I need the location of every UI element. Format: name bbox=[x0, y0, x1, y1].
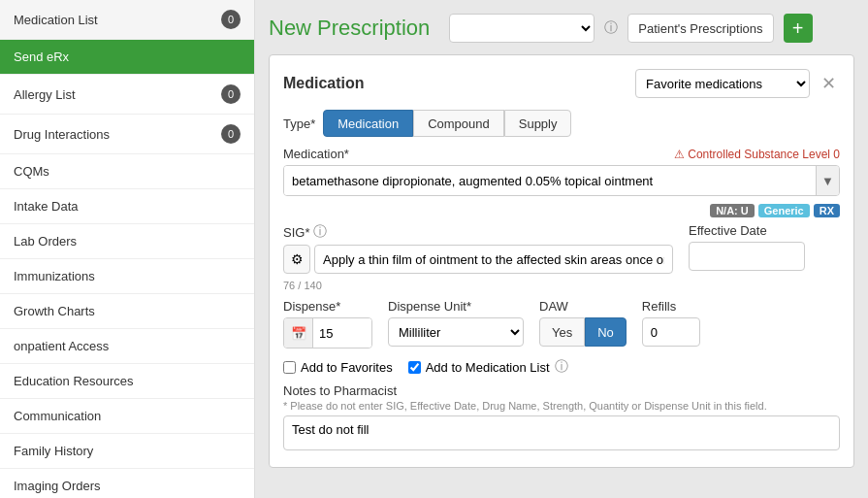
sidebar-item-label: Send eRx bbox=[14, 50, 69, 64]
sidebar-item-label: Communication bbox=[14, 409, 101, 423]
sidebar-item-label: Imaging Orders bbox=[14, 479, 101, 493]
controlled-substance-warning: ⚠ Controlled Substance Level 0 bbox=[674, 148, 840, 161]
sidebar-item-label: Intake Data bbox=[14, 199, 79, 214]
daw-column: DAW Yes No bbox=[539, 299, 627, 347]
type-compound-button[interactable]: Compound bbox=[413, 110, 504, 137]
refills-column: Refills bbox=[642, 299, 700, 347]
main-header: New Prescription ⓘ Patient's Prescriptio… bbox=[269, 14, 854, 43]
medication-label: Medication* bbox=[283, 147, 349, 161]
sidebar-item-label: Education Resources bbox=[14, 374, 134, 388]
add-prescription-button[interactable]: + bbox=[784, 14, 813, 43]
sidebar-item-medication-list[interactable]: Medication List0 bbox=[0, 0, 254, 40]
badge-generic: Generic bbox=[758, 204, 810, 217]
dispense-input-row: 📅 bbox=[283, 317, 372, 349]
dispense-unit-select[interactable]: Milliliter bbox=[388, 317, 524, 347]
add-to-medication-list-text: Add to Medication List bbox=[426, 360, 550, 375]
page-title: New Prescription bbox=[269, 16, 430, 41]
add-to-favorites-label[interactable]: Add to Favorites bbox=[283, 360, 393, 375]
char-count: 76 / 140 bbox=[283, 280, 673, 291]
notes-section: Notes to Pharmacist * Please do not ente… bbox=[283, 383, 840, 453]
sig-gear-button[interactable]: ⚙ bbox=[283, 245, 310, 274]
type-supply-button[interactable]: Supply bbox=[504, 110, 572, 137]
sidebar-item-immunizations[interactable]: Immunizations bbox=[0, 259, 254, 294]
sidebar-item-label: Lab Orders bbox=[14, 234, 77, 249]
daw-yes-button[interactable]: Yes bbox=[539, 317, 585, 347]
add-to-favorites-text: Add to Favorites bbox=[301, 360, 393, 375]
add-to-favorites-checkbox[interactable] bbox=[283, 361, 296, 374]
medication-row: Medication* ⚠ Controlled Substance Level… bbox=[283, 147, 840, 196]
sidebar-item-intake-data[interactable]: Intake Data bbox=[0, 189, 254, 224]
dispense-row: Dispense* 📅 Dispense Unit* Milliliter DA… bbox=[283, 299, 840, 349]
sig-left: SIG* ⓘ ⚙ 76 / 140 bbox=[283, 223, 673, 291]
sidebar-item-label: Medication List bbox=[14, 13, 98, 27]
sidebar-item-allergy-list[interactable]: Allergy List0 bbox=[0, 75, 254, 115]
add-to-medication-list-checkbox[interactable] bbox=[408, 361, 421, 374]
sidebar-item-label: Allergy List bbox=[14, 87, 76, 102]
badge-na: N/A: U bbox=[710, 204, 755, 217]
sidebar-item-label: Growth Charts bbox=[14, 304, 95, 318]
sidebar-badge: 0 bbox=[221, 10, 241, 29]
sidebar-badge: 0 bbox=[221, 124, 241, 144]
sidebar-item-drug-interactions[interactable]: Drug Interactions0 bbox=[0, 115, 254, 154]
effective-date-input[interactable] bbox=[689, 242, 805, 271]
sidebar-item-label: Family History bbox=[14, 444, 93, 458]
sidebar-item-onpatient-access[interactable]: onpatient Access bbox=[0, 329, 254, 364]
type-label: Type* bbox=[283, 116, 315, 131]
daw-button-group: Yes No bbox=[539, 317, 627, 347]
dispense-unit-label: Dispense Unit* bbox=[388, 299, 524, 314]
sidebar-item-education-resources[interactable]: Education Resources bbox=[0, 364, 254, 399]
daw-no-button[interactable]: No bbox=[585, 317, 627, 347]
sidebar-item-label: onpatient Access bbox=[14, 339, 109, 353]
sidebar-item-cqms[interactable]: CQMs bbox=[0, 154, 254, 189]
refills-input[interactable] bbox=[642, 317, 700, 347]
notes-textarea[interactable]: Test do not fill bbox=[283, 415, 840, 450]
badge-rx: RX bbox=[814, 204, 840, 217]
sidebar-item-label: CQMs bbox=[14, 164, 49, 179]
main-content: New Prescription ⓘ Patient's Prescriptio… bbox=[255, 0, 868, 498]
medication-row-header: Medication* ⚠ Controlled Substance Level… bbox=[283, 147, 840, 161]
info-icon[interactable]: ⓘ bbox=[604, 19, 618, 37]
add-to-medication-list-label[interactable]: Add to Medication List ⓘ bbox=[408, 358, 568, 376]
header-select[interactable] bbox=[449, 14, 595, 43]
sidebar-item-send-erx[interactable]: Send eRx bbox=[0, 40, 254, 75]
dispense-column: Dispense* 📅 bbox=[283, 299, 372, 349]
type-row: Type* Medication Compound Supply bbox=[283, 110, 840, 137]
sig-info-icon[interactable]: ⓘ bbox=[313, 223, 327, 241]
medication-input[interactable] bbox=[284, 166, 816, 195]
badges-row: N/A: U Generic RX bbox=[283, 204, 840, 217]
sidebar-item-family-history[interactable]: Family History bbox=[0, 434, 254, 469]
effective-date-label: Effective Date bbox=[689, 223, 805, 238]
sidebar-item-imaging-orders[interactable]: Imaging Orders bbox=[0, 469, 254, 498]
card-header: Medication Favorite medications ✕ bbox=[283, 69, 840, 98]
sidebar-item-growth-charts[interactable]: Growth Charts bbox=[0, 294, 254, 329]
dispense-label: Dispense* bbox=[283, 299, 372, 314]
sidebar-item-label: Immunizations bbox=[14, 269, 95, 283]
sig-label: SIG* bbox=[283, 225, 309, 240]
refills-label: Refills bbox=[642, 299, 700, 314]
favorite-medications-select[interactable]: Favorite medications bbox=[635, 69, 810, 98]
sig-section: SIG* ⓘ ⚙ 76 / 140 Effective Date bbox=[283, 223, 840, 291]
sidebar-item-lab-orders[interactable]: Lab Orders bbox=[0, 224, 254, 259]
calendar-icon[interactable]: 📅 bbox=[284, 318, 313, 348]
sig-input[interactable] bbox=[314, 245, 673, 274]
daw-label: DAW bbox=[539, 299, 627, 314]
sidebar-item-communication[interactable]: Communication bbox=[0, 399, 254, 434]
type-medication-button[interactable]: Medication bbox=[323, 110, 413, 137]
type-button-group: Medication Compound Supply bbox=[323, 110, 571, 137]
effective-date-column: Effective Date bbox=[689, 223, 805, 271]
notes-label: Notes to Pharmacist bbox=[283, 383, 840, 398]
med-list-info-icon[interactable]: ⓘ bbox=[555, 358, 568, 376]
card-title: Medication bbox=[283, 75, 365, 92]
dispense-unit-column: Dispense Unit* Milliliter bbox=[388, 299, 524, 347]
sig-label-row: SIG* ⓘ bbox=[283, 223, 673, 241]
notes-hint: * Please do not enter SIG, Effective Dat… bbox=[283, 400, 840, 412]
sidebar-item-label: Drug Interactions bbox=[14, 127, 110, 142]
patient-prescriptions-button[interactable]: Patient's Prescriptions bbox=[627, 14, 773, 43]
sidebar: Medication List0Send eRxAllergy List0Dru… bbox=[0, 0, 255, 498]
sidebar-badge: 0 bbox=[221, 84, 241, 104]
close-button[interactable]: ✕ bbox=[818, 73, 840, 94]
dispense-input[interactable] bbox=[313, 318, 371, 348]
medication-input-row: ▼ bbox=[283, 165, 840, 196]
medication-dropdown-arrow[interactable]: ▼ bbox=[816, 166, 839, 195]
checkboxes-row: Add to Favorites Add to Medication List … bbox=[283, 358, 840, 376]
